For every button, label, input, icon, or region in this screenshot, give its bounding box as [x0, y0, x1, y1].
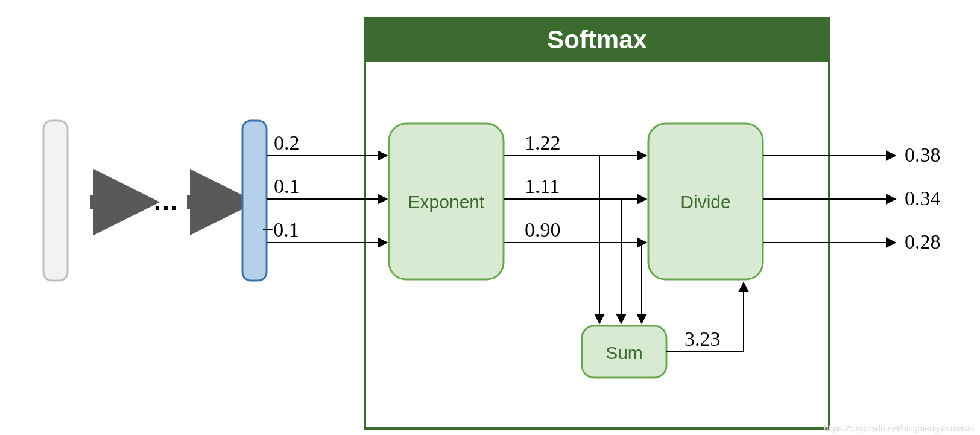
exp-value-2: 1.11 — [525, 175, 560, 197]
sum-label: Sum — [605, 343, 643, 363]
softmax-title: Softmax — [547, 25, 647, 54]
exponent-label: Exponent — [408, 192, 485, 212]
input-column-grey — [43, 121, 68, 281]
sum-value: 3.23 — [684, 328, 721, 350]
watermark: https://blog.csdn.net/ningmengshuxiawo — [824, 424, 974, 433]
ellipsis: … — [153, 186, 179, 215]
output-value-1: 0.38 — [905, 144, 941, 166]
input-value-1: 0.2 — [274, 132, 300, 154]
exp-value-3: 0.90 — [525, 218, 561, 241]
output-value-3: 0.28 — [905, 230, 941, 253]
divide-label: Divide — [680, 192, 730, 212]
exp-value-1: 1.22 — [525, 132, 561, 154]
softmax-diagram: … Softmax Exponent Divide Sum 0.2 0.1 −0… — [0, 0, 980, 435]
input-value-2: 0.1 — [274, 175, 300, 197]
output-value-2: 0.34 — [905, 187, 941, 209]
input-column-blue — [242, 121, 267, 281]
input-value-3: −0.1 — [262, 218, 299, 241]
